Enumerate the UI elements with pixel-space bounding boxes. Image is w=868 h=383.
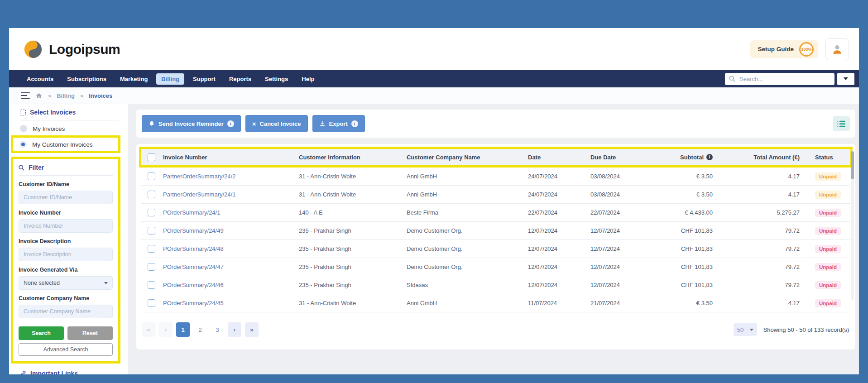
- table-row: POrderSummary/24/46235 - Prakhar SinghSf…: [141, 276, 850, 294]
- column-header-status[interactable]: Status: [813, 154, 850, 161]
- sidebar-toggle-icon[interactable]: [21, 92, 30, 99]
- bell-icon: [149, 120, 155, 127]
- logo[interactable]: Logoipsum: [23, 39, 120, 60]
- nav-item-subscriptions[interactable]: Subscriptions: [62, 73, 111, 85]
- invoice-number-cell: PartnerOrderSummary/24/2: [161, 173, 297, 180]
- row-checkbox[interactable]: [148, 299, 155, 307]
- column-settings-button[interactable]: [833, 116, 850, 131]
- column-header-due-date[interactable]: Due Date: [589, 154, 657, 161]
- invoice-number-cell: POrderSummary/24/47: [161, 263, 297, 270]
- subtotal-cell: € 3.50: [657, 191, 726, 198]
- row-checkbox[interactable]: [148, 263, 155, 271]
- home-icon[interactable]: [35, 92, 43, 99]
- row-checkbox-cell: [141, 172, 161, 180]
- pagination-page-3[interactable]: 3: [211, 322, 224, 337]
- row-checkbox[interactable]: [148, 209, 155, 216]
- column-header-label: Date: [528, 154, 541, 161]
- cancel-invoice-button[interactable]: × Cancel Invoice: [245, 115, 308, 132]
- filter-panel: Filter Customer ID/NameInvoice NumberInv…: [11, 157, 120, 364]
- advanced-search-button[interactable]: Advanced Search: [19, 343, 113, 356]
- chevron-down-icon: [844, 77, 848, 80]
- row-checkbox-cell: [141, 263, 161, 271]
- filter-input-invoice-description[interactable]: [19, 248, 113, 261]
- column-header-invoice-number[interactable]: Invoice Number: [161, 154, 297, 161]
- column-header-date[interactable]: Date: [526, 154, 589, 161]
- filter-label-invoice-generated-via: Invoice Generated Via: [19, 267, 113, 273]
- status-cell: Unpaid: [813, 263, 850, 271]
- filter-input-customer-id-name[interactable]: [19, 191, 113, 204]
- column-header-label: Total Amount (€): [753, 154, 800, 161]
- search-button[interactable]: Search: [19, 326, 64, 340]
- pagination-first[interactable]: «: [142, 322, 155, 337]
- breadcrumb-separator: »: [48, 92, 51, 99]
- invoice-number-link[interactable]: POrderSummary/24/46: [163, 282, 224, 288]
- divider: [19, 175, 113, 176]
- nav-item-marketing[interactable]: Marketing: [115, 73, 153, 85]
- filter-field-invoice-description: Invoice Description: [19, 238, 113, 261]
- pagination-page-2[interactable]: 2: [193, 322, 207, 337]
- invoice-number-link[interactable]: POrderSummary/24/45: [163, 300, 224, 306]
- select-all-checkbox[interactable]: [148, 153, 155, 161]
- radio-my-customer-invoices[interactable]: My Customer Invoices: [19, 141, 116, 148]
- column-header-customer-company-name[interactable]: Customer Company Name: [405, 154, 526, 161]
- column-header-subtotal[interactable]: Subtotali: [657, 154, 726, 161]
- pagination-next[interactable]: ›: [228, 322, 241, 337]
- radio-my-invoices[interactable]: My Invoices: [20, 125, 128, 132]
- column-header-customer-information[interactable]: Customer Information: [297, 154, 405, 161]
- row-checkbox[interactable]: [148, 191, 155, 198]
- reset-button[interactable]: Reset: [67, 326, 113, 340]
- search-scope-dropdown[interactable]: [837, 73, 854, 85]
- invoice-number-link[interactable]: POrderSummary/24/48: [163, 245, 224, 252]
- nav-item-help[interactable]: Help: [297, 73, 319, 85]
- nav-item-support[interactable]: Support: [188, 73, 221, 85]
- column-header-total-amount[interactable]: Total Amount (€): [726, 154, 813, 161]
- nav-item-accounts[interactable]: Accounts: [22, 73, 58, 85]
- subtotal-cell: CHF 101,83: [657, 245, 726, 252]
- nav-item-settings[interactable]: Settings: [260, 73, 293, 85]
- invoice-number-link[interactable]: POrderSummary/24/1: [163, 209, 220, 216]
- nav-item-billing[interactable]: Billing: [156, 73, 184, 85]
- filter-select-invoice-generated-via[interactable]: None selected: [19, 276, 113, 290]
- filter-fields: Customer ID/NameInvoice NumberInvoice De…: [19, 181, 113, 318]
- pagination-last[interactable]: »: [245, 322, 259, 337]
- records-summary: Showing 50 - 50 of 133 record(s): [763, 326, 849, 333]
- row-checkbox[interactable]: [148, 281, 155, 289]
- table-scrollbar-thumb[interactable]: [851, 151, 854, 179]
- invoice-number-link[interactable]: POrderSummary/24/47: [163, 263, 224, 270]
- select-all-cell: [141, 153, 161, 161]
- user-avatar-button[interactable]: [825, 38, 849, 60]
- filter-input-customer-company-name[interactable]: [19, 305, 113, 318]
- nav-item-reports[interactable]: Reports: [224, 73, 256, 85]
- row-checkbox[interactable]: [148, 227, 155, 235]
- row-checkbox[interactable]: [148, 245, 155, 253]
- logo-text: Logoipsum: [49, 42, 120, 57]
- select-invoices-title: Select Invoices: [30, 109, 76, 116]
- date-cell: 24/07/2024: [526, 191, 589, 198]
- customer-company-cell: Demo Customer Org.: [405, 227, 526, 234]
- page-size-select[interactable]: 50: [734, 323, 757, 336]
- setup-guide-button[interactable]: Setup Guide 100%: [750, 40, 818, 58]
- send-invoice-reminder-button[interactable]: Send Invoice Reminder i: [142, 115, 241, 132]
- export-button[interactable]: Export i: [312, 115, 365, 132]
- table-row: POrderSummary/24/48235 - Prakhar SinghDe…: [141, 240, 850, 258]
- row-checkbox-cell: [141, 191, 161, 198]
- filter-label-customer-id-name: Customer ID/Name: [19, 181, 113, 187]
- row-checkbox[interactable]: [148, 172, 155, 180]
- table-body: PartnerOrderSummary/24/231 - Ann-Cristin…: [141, 168, 850, 312]
- pagination-prev[interactable]: ‹: [159, 322, 173, 337]
- breadcrumb-billing[interactable]: Billing: [57, 92, 75, 99]
- status-badge: Unpaid: [815, 209, 841, 217]
- filter-input-invoice-number[interactable]: [19, 219, 113, 233]
- invoice-number-link[interactable]: POrderSummary/24/49: [163, 227, 224, 234]
- status-badge: Unpaid: [815, 299, 841, 307]
- filter-field-invoice-generated-via: Invoice Generated ViaNone selected: [19, 267, 113, 290]
- page-size-value: 50: [737, 326, 743, 333]
- search-input[interactable]: [739, 75, 830, 83]
- total-amount-cell: 79.72: [726, 227, 813, 234]
- link-icon: [20, 370, 26, 374]
- total-amount-cell: 4.17: [726, 191, 813, 198]
- invoice-number-link[interactable]: PartnerOrderSummary/24/1: [163, 191, 235, 198]
- customer-information-cell: 140 - A E: [297, 209, 405, 216]
- invoice-number-link[interactable]: PartnerOrderSummary/24/2: [163, 173, 235, 180]
- pagination-page-1[interactable]: 1: [176, 322, 190, 337]
